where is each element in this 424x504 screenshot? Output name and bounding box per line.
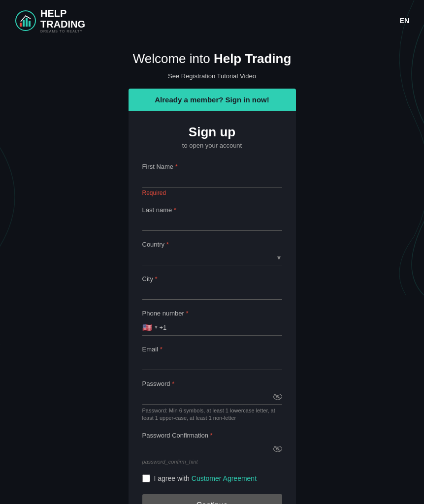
svg-line-6 <box>274 394 281 399</box>
language-button[interactable]: EN <box>400 17 409 25</box>
phone-label: Phone number * <box>142 310 282 317</box>
continue-button[interactable]: Continue <box>142 494 282 504</box>
phone-flag: 🇺🇸 <box>142 323 152 332</box>
svg-rect-1 <box>20 23 22 27</box>
svg-rect-2 <box>23 20 25 27</box>
password-group: Password * Password: Min 6 symbols, at l… <box>142 380 282 422</box>
password-input[interactable] <box>142 390 282 405</box>
first-name-error: Required <box>142 189 282 196</box>
form-title: Sign up <box>142 125 282 140</box>
tutorial-link[interactable]: See Registration Tutorial Video <box>168 72 256 80</box>
required-star-3: * <box>166 241 169 248</box>
confirm-hint: password_confirm_hint <box>142 459 282 465</box>
password-label: Password * <box>142 380 282 387</box>
last-name-input[interactable] <box>142 217 282 231</box>
required-star-6: * <box>160 346 163 353</box>
brand-name: Help Trading <box>214 51 291 66</box>
phone-wrapper: 🇺🇸 ▼ +1 <box>142 320 282 336</box>
first-name-group: First Name * Required <box>142 163 282 196</box>
svg-line-8 <box>274 446 281 451</box>
logo: HELP TRADING DREAMS TO REALTY <box>15 8 85 33</box>
password-wrapper <box>142 390 282 405</box>
main-content: Welcome into Help Trading See Registrati… <box>0 41 424 504</box>
logo-help: HELP <box>40 8 85 19</box>
phone-code-button[interactable]: ▼ +1 <box>154 324 167 331</box>
required-star-7: * <box>172 380 174 387</box>
country-label: Country * <box>142 241 282 248</box>
required-star-8: * <box>210 432 213 439</box>
required-star-4: * <box>155 275 158 283</box>
eye-confirm-icon[interactable] <box>273 445 282 454</box>
city-input[interactable] <box>142 285 282 300</box>
country-group: Country * United States United Kingdom C… <box>142 241 282 265</box>
required-star-2: * <box>174 206 176 214</box>
card-body: Sign up to open your account First Name … <box>129 111 296 504</box>
email-input[interactable] <box>142 356 282 370</box>
password-confirm-input[interactable] <box>142 442 282 456</box>
svg-rect-4 <box>29 21 31 27</box>
svg-rect-3 <box>26 18 28 27</box>
agreement-label: I agree with Customer Agreement <box>154 474 257 482</box>
first-name-label: First Name * <box>142 163 282 170</box>
eye-icon[interactable] <box>273 393 282 402</box>
email-label: Email * <box>142 346 282 353</box>
last-name-label: Last name * <box>142 206 282 214</box>
form-subtitle: to open your account <box>142 142 282 149</box>
signin-banner[interactable]: Already a member? Sign in now! <box>129 89 296 111</box>
agreement-row: I agree with Customer Agreement <box>142 474 282 482</box>
phone-group: Phone number * 🇺🇸 ▼ +1 <box>142 310 282 336</box>
logo-trading: TRADING <box>40 19 85 30</box>
city-group: City * <box>142 275 282 300</box>
phone-input[interactable] <box>166 323 282 331</box>
phone-code-value: +1 <box>159 324 166 331</box>
city-label: City * <box>142 275 282 283</box>
password-confirm-group: Password Confirmation * password_confirm… <box>142 432 282 465</box>
required-star: * <box>175 163 178 170</box>
country-select-wrapper: United States United Kingdom Canada ▼ <box>142 251 282 265</box>
last-name-group: Last name * <box>142 206 282 231</box>
logo-tagline: DREAMS TO REALTY <box>40 30 85 33</box>
country-select[interactable]: United States United Kingdom Canada <box>142 251 282 265</box>
password-hint: Password: Min 6 symbols, at least 1 lowe… <box>142 407 282 422</box>
password-confirm-wrapper <box>142 442 282 456</box>
signup-card: Already a member? Sign in now! Sign up t… <box>129 89 296 504</box>
password-confirm-label: Password Confirmation * <box>142 432 282 439</box>
welcome-title: Welcome into Help Trading <box>133 51 292 66</box>
agreement-checkbox[interactable] <box>142 474 150 482</box>
logo-icon <box>15 10 36 32</box>
customer-agreement-link[interactable]: Customer Agreement <box>192 474 257 482</box>
first-name-input[interactable] <box>142 173 282 188</box>
email-group: Email * <box>142 346 282 370</box>
header: HELP TRADING DREAMS TO REALTY EN <box>0 0 424 41</box>
required-star-5: * <box>186 310 188 317</box>
logo-text: HELP TRADING DREAMS TO REALTY <box>40 8 85 33</box>
chevron-phone-icon: ▼ <box>154 325 159 330</box>
